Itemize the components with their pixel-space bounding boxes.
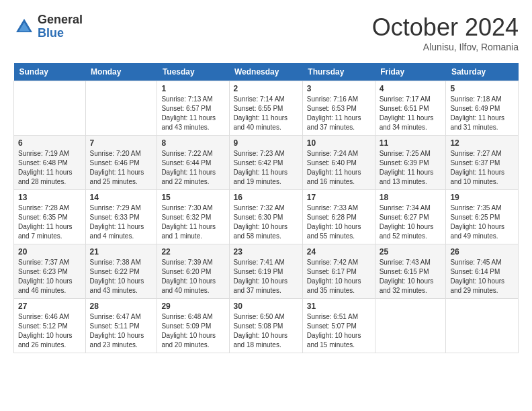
logo-general-text: General — [38, 13, 83, 27]
day-number: 6 — [18, 138, 81, 148]
location: Alunisu, Ilfov, Romania — [372, 42, 519, 52]
logo-icon — [13, 16, 35, 38]
day-number: 8 — [161, 138, 224, 148]
day-number: 31 — [307, 302, 371, 311]
calendar-cell — [85, 81, 157, 136]
header: General Blue October 2024 Alunisu, Ilfov… — [13, 13, 519, 52]
day-number: 13 — [18, 193, 81, 202]
calendar-cell: 10Sunrise: 7:24 AM Sunset: 6:40 PM Dayli… — [302, 136, 375, 190]
calendar-cell: 8Sunrise: 7:22 AM Sunset: 6:44 PM Daylig… — [157, 136, 229, 190]
day-info: Sunrise: 6:46 AM Sunset: 5:12 PM Dayligh… — [18, 312, 81, 350]
day-info: Sunrise: 7:29 AM Sunset: 6:33 PM Dayligh… — [90, 203, 153, 241]
day-number: 24 — [307, 247, 371, 257]
calendar-cell: 9Sunrise: 7:23 AM Sunset: 6:42 PM Daylig… — [229, 136, 302, 190]
day-info: Sunrise: 7:17 AM Sunset: 6:51 PM Dayligh… — [380, 95, 442, 132]
calendar: SundayMondayTuesdayWednesdayThursdayFrid… — [13, 63, 519, 353]
calendar-row-5: 27Sunrise: 6:46 AM Sunset: 5:12 PM Dayli… — [14, 299, 519, 353]
calendar-cell: 31Sunrise: 6:51 AM Sunset: 5:07 PM Dayli… — [302, 299, 375, 353]
calendar-cell: 29Sunrise: 6:48 AM Sunset: 5:09 PM Dayli… — [157, 299, 229, 353]
day-info: Sunrise: 7:22 AM Sunset: 6:44 PM Dayligh… — [161, 149, 224, 187]
day-info: Sunrise: 7:13 AM Sunset: 6:57 PM Dayligh… — [161, 95, 224, 132]
calendar-cell — [446, 299, 519, 353]
calendar-row-4: 20Sunrise: 7:37 AM Sunset: 6:23 PM Dayli… — [14, 244, 519, 299]
day-info: Sunrise: 7:37 AM Sunset: 6:23 PM Dayligh… — [18, 258, 81, 295]
day-header-saturday: Saturday — [446, 63, 519, 81]
logo-text: General Blue — [38, 13, 83, 40]
day-number: 29 — [161, 302, 224, 311]
day-header-monday: Monday — [85, 63, 157, 81]
calendar-cell: 28Sunrise: 6:47 AM Sunset: 5:11 PM Dayli… — [85, 299, 157, 353]
day-number: 15 — [161, 193, 224, 202]
calendar-cell: 14Sunrise: 7:29 AM Sunset: 6:33 PM Dayli… — [85, 190, 157, 244]
calendar-cell: 24Sunrise: 7:42 AM Sunset: 6:17 PM Dayli… — [302, 244, 375, 299]
logo: General Blue — [13, 13, 83, 40]
calendar-cell: 3Sunrise: 7:16 AM Sunset: 6:53 PM Daylig… — [302, 81, 375, 136]
calendar-cell: 15Sunrise: 7:30 AM Sunset: 6:32 PM Dayli… — [157, 190, 229, 244]
day-info: Sunrise: 7:20 AM Sunset: 6:46 PM Dayligh… — [90, 149, 153, 187]
day-info: Sunrise: 7:16 AM Sunset: 6:53 PM Dayligh… — [307, 95, 371, 132]
day-info: Sunrise: 7:25 AM Sunset: 6:39 PM Dayligh… — [380, 149, 442, 187]
day-number: 9 — [234, 138, 298, 148]
calendar-cell: 27Sunrise: 6:46 AM Sunset: 5:12 PM Dayli… — [14, 299, 86, 353]
calendar-row-2: 6Sunrise: 7:19 AM Sunset: 6:48 PM Daylig… — [14, 136, 519, 190]
day-info: Sunrise: 7:27 AM Sunset: 6:37 PM Dayligh… — [450, 149, 514, 187]
calendar-cell: 22Sunrise: 7:39 AM Sunset: 6:20 PM Dayli… — [157, 244, 229, 299]
day-number: 27 — [18, 302, 81, 311]
day-number: 26 — [450, 247, 514, 257]
calendar-cell: 2Sunrise: 7:14 AM Sunset: 6:55 PM Daylig… — [229, 81, 302, 136]
day-number: 16 — [234, 193, 298, 202]
day-header-wednesday: Wednesday — [229, 63, 302, 81]
calendar-header-row: SundayMondayTuesdayWednesdayThursdayFrid… — [14, 63, 519, 81]
calendar-cell — [14, 81, 86, 136]
day-number: 25 — [380, 247, 442, 257]
day-number: 5 — [450, 84, 514, 93]
day-info: Sunrise: 7:43 AM Sunset: 6:15 PM Dayligh… — [380, 258, 442, 295]
calendar-cell: 26Sunrise: 7:45 AM Sunset: 6:14 PM Dayli… — [446, 244, 519, 299]
calendar-cell: 6Sunrise: 7:19 AM Sunset: 6:48 PM Daylig… — [14, 136, 86, 190]
calendar-cell: 20Sunrise: 7:37 AM Sunset: 6:23 PM Dayli… — [14, 244, 86, 299]
day-number: 18 — [380, 193, 442, 202]
calendar-row-1: 1Sunrise: 7:13 AM Sunset: 6:57 PM Daylig… — [14, 81, 519, 136]
day-number: 28 — [90, 302, 153, 311]
calendar-cell — [375, 299, 446, 353]
logo-blue-text: Blue — [38, 27, 83, 40]
calendar-cell: 18Sunrise: 7:34 AM Sunset: 6:27 PM Dayli… — [375, 190, 446, 244]
day-number: 20 — [18, 247, 81, 257]
calendar-cell: 30Sunrise: 6:50 AM Sunset: 5:08 PM Dayli… — [229, 299, 302, 353]
calendar-cell: 5Sunrise: 7:18 AM Sunset: 6:49 PM Daylig… — [446, 81, 519, 136]
day-info: Sunrise: 7:28 AM Sunset: 6:35 PM Dayligh… — [18, 203, 81, 241]
day-info: Sunrise: 6:47 AM Sunset: 5:11 PM Dayligh… — [90, 312, 153, 350]
day-number: 22 — [161, 247, 224, 257]
day-number: 4 — [380, 84, 442, 93]
day-number: 7 — [90, 138, 153, 148]
day-number: 30 — [234, 302, 298, 311]
calendar-cell: 25Sunrise: 7:43 AM Sunset: 6:15 PM Dayli… — [375, 244, 446, 299]
calendar-cell: 11Sunrise: 7:25 AM Sunset: 6:39 PM Dayli… — [375, 136, 446, 190]
calendar-cell: 13Sunrise: 7:28 AM Sunset: 6:35 PM Dayli… — [14, 190, 86, 244]
day-info: Sunrise: 6:50 AM Sunset: 5:08 PM Dayligh… — [234, 312, 298, 350]
day-number: 10 — [307, 138, 371, 148]
day-info: Sunrise: 7:35 AM Sunset: 6:25 PM Dayligh… — [450, 203, 514, 241]
day-info: Sunrise: 7:24 AM Sunset: 6:40 PM Dayligh… — [307, 149, 371, 187]
day-info: Sunrise: 7:32 AM Sunset: 6:30 PM Dayligh… — [234, 203, 298, 241]
day-info: Sunrise: 7:19 AM Sunset: 6:48 PM Dayligh… — [18, 149, 81, 187]
day-header-thursday: Thursday — [302, 63, 375, 81]
day-header-sunday: Sunday — [14, 63, 86, 81]
calendar-cell: 19Sunrise: 7:35 AM Sunset: 6:25 PM Dayli… — [446, 190, 519, 244]
day-number: 14 — [90, 193, 153, 202]
day-header-tuesday: Tuesday — [157, 63, 229, 81]
day-info: Sunrise: 7:23 AM Sunset: 6:42 PM Dayligh… — [234, 149, 298, 187]
day-info: Sunrise: 6:48 AM Sunset: 5:09 PM Dayligh… — [161, 312, 224, 350]
day-info: Sunrise: 7:34 AM Sunset: 6:27 PM Dayligh… — [380, 203, 442, 241]
day-info: Sunrise: 7:38 AM Sunset: 6:22 PM Dayligh… — [90, 258, 153, 295]
day-info: Sunrise: 7:33 AM Sunset: 6:28 PM Dayligh… — [307, 203, 371, 241]
calendar-cell: 12Sunrise: 7:27 AM Sunset: 6:37 PM Dayli… — [446, 136, 519, 190]
calendar-cell: 23Sunrise: 7:41 AM Sunset: 6:19 PM Dayli… — [229, 244, 302, 299]
day-number: 2 — [234, 84, 298, 93]
day-number: 12 — [450, 138, 514, 148]
day-number: 1 — [161, 84, 224, 93]
day-info: Sunrise: 7:39 AM Sunset: 6:20 PM Dayligh… — [161, 258, 224, 295]
calendar-cell: 17Sunrise: 7:33 AM Sunset: 6:28 PM Dayli… — [302, 190, 375, 244]
month-title: October 2024 — [372, 13, 519, 42]
day-number: 3 — [307, 84, 371, 93]
